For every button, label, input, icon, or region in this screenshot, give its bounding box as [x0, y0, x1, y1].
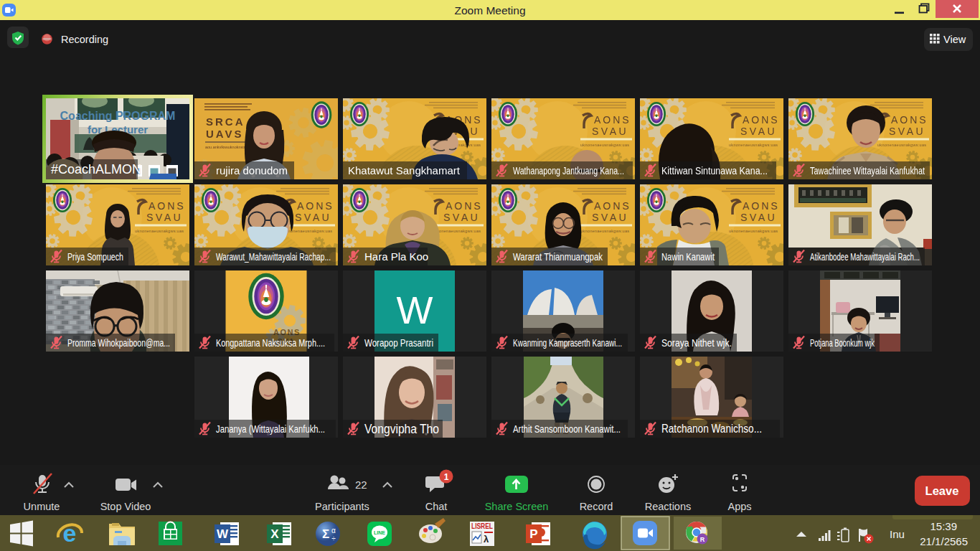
svg-text:Kongpattana Naksuksa Mrph....: Kongpattana Naksuksa Mrph....: [216, 336, 325, 349]
svg-text:Soraya Nithet wjk.: Soraya Nithet wjk.: [661, 336, 732, 349]
svg-text:Record: Record: [580, 501, 613, 512]
svg-text:View: View: [943, 34, 966, 45]
svg-text:Hara Pla Koo: Hara Pla Koo: [364, 250, 428, 263]
svg-text:Arthit Sansomboon Kanawit...: Arthit Sansomboon Kanawit...: [513, 423, 621, 435]
svg-text:22: 22: [355, 479, 367, 491]
svg-text:Ratchanon Wanichso...: Ratchanon Wanichso...: [661, 423, 762, 435]
svg-text:Σ: Σ: [322, 527, 329, 541]
svg-text:Khatawut Sangkhamart: Khatawut Sangkhamart: [348, 164, 461, 176]
svg-text:Inu: Inu: [890, 528, 905, 540]
svg-text:λ: λ: [484, 534, 489, 545]
svg-text:aou.ankvlkssuknoknstreu: aou.ankvlkssuknoknstreu: [205, 145, 250, 149]
svg-text:1: 1: [444, 472, 449, 482]
svg-text:LINE: LINE: [374, 530, 385, 535]
svg-text:Coaching PROGRAM: Coaching PROGRAM: [60, 110, 176, 122]
svg-text:Potjana Boonkum wjk: Potjana Boonkum wjk: [810, 336, 875, 349]
svg-text:Participants: Participants: [315, 501, 369, 512]
svg-text:Nawin Kanawit: Nawin Kanawit: [661, 250, 715, 263]
svg-text:P: P: [529, 527, 537, 541]
svg-text:W: W: [217, 527, 229, 541]
svg-text:R: R: [700, 536, 705, 543]
svg-text:α: α: [331, 527, 336, 534]
svg-text:Kittiwan Sintunawa Kana...: Kittiwan Sintunawa Kana...: [661, 164, 768, 176]
svg-text:LISREL: LISREL: [471, 522, 493, 530]
svg-text:rujira donudom: rujira donudom: [216, 164, 288, 176]
svg-text:UAVS: UAVS: [206, 128, 244, 140]
svg-text:#CoachALMON: #CoachALMON: [51, 162, 141, 176]
svg-text:Apps: Apps: [727, 501, 751, 512]
svg-text:X: X: [270, 527, 279, 541]
svg-text:21/1/2565: 21/1/2565: [920, 535, 968, 547]
svg-text:Reactions: Reactions: [645, 501, 691, 512]
svg-text:Jananya (Wittayalai Kanfukh...: Jananya (Wittayalai Kanfukh...: [216, 423, 325, 435]
svg-text:Priya Sompuech: Priya Sompuech: [67, 250, 123, 263]
svg-text:Vongvipha Tho: Vongvipha Tho: [364, 422, 439, 436]
svg-text:Share Screen: Share Screen: [485, 501, 549, 512]
svg-text:SRCA: SRCA: [206, 116, 245, 128]
svg-text:Leave: Leave: [925, 484, 959, 497]
svg-text:Wathanapong Jantkuang Kana...: Wathanapong Jantkuang Kana...: [513, 164, 624, 176]
svg-text:Unmute: Unmute: [24, 501, 60, 512]
svg-text:Wararat Thianmuangpak: Wararat Thianmuangpak: [513, 250, 603, 263]
svg-text:Chat: Chat: [425, 501, 448, 512]
svg-text:W: W: [397, 288, 433, 331]
svg-text:÷: ÷: [331, 534, 336, 542]
svg-text:Zoom Meeting: Zoom Meeting: [454, 4, 525, 17]
svg-text:Stop Video: Stop Video: [100, 501, 151, 512]
svg-text:Worapop Prasantri: Worapop Prasantri: [364, 336, 433, 349]
svg-text:15:39: 15:39: [930, 520, 957, 532]
svg-text:Tawachinee Wittayalai Kanfukha: Tawachinee Wittayalai Kanfukhat: [810, 164, 925, 176]
svg-text:Promma Wihokpaiboon@ma...: Promma Wihokpaiboon@ma...: [67, 336, 170, 349]
svg-text:Kwanming Kampraserth Kanawi...: Kwanming Kampraserth Kanawi...: [513, 336, 622, 349]
svg-text:Recording: Recording: [61, 34, 108, 45]
svg-text:Atikanbodee Mahawittayalai Rac: Atikanbodee Mahawittayalai Rach...: [810, 250, 920, 263]
svg-text:Warawut_Mahawittayalai Rachap.: Warawut_Mahawittayalai Rachap...: [216, 250, 331, 263]
